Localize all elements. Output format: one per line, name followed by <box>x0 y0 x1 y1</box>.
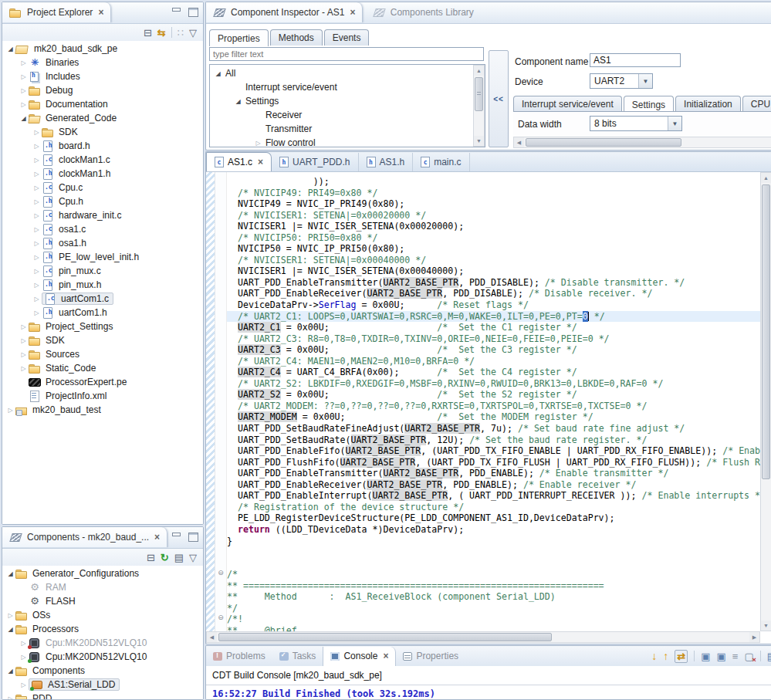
tree-item[interactable]: ▷Cpu:MK20DN512VLQ10 <box>2 650 203 664</box>
tree-item[interactable]: ProjectInfo.xml <box>2 389 203 403</box>
fold-collapse-icon[interactable]: ⊖ <box>216 569 225 577</box>
collapsed-expander-icon[interactable]: ▷ <box>19 73 29 80</box>
tree-item[interactable]: ▷Documentation <box>2 97 203 111</box>
expanded-expander-icon[interactable]: ◢ <box>5 668 15 675</box>
code-line[interactable]: /* <box>227 569 760 580</box>
close-icon[interactable]: × <box>258 157 263 167</box>
code-text-area[interactable]: )); /* NVICIP49: PRI49=0x80 */ NVICIP49 … <box>227 172 760 631</box>
tree-item[interactable]: ▷Project_Settings <box>2 320 203 333</box>
expanded-expander-icon[interactable]: ◢ <box>5 626 15 633</box>
tab-main-c[interactable]: cmain.c <box>413 153 469 171</box>
code-line[interactable]: /* UART2_S2: LBKDIF=0,RXEDGIF=0,MSBF=0,R… <box>227 378 760 390</box>
close-icon[interactable]: × <box>350 7 355 18</box>
tree-item[interactable]: ▷Includes <box>2 69 203 83</box>
tab-components[interactable]: Components - mk20_baud_... × <box>2 527 167 547</box>
tab-components-library[interactable]: Components Library <box>366 2 481 22</box>
collapsed-expander-icon[interactable]: ▷ <box>32 254 42 261</box>
tab-methods[interactable]: Methods <box>270 29 323 46</box>
collapsed-expander-icon[interactable]: ▷ <box>32 240 42 247</box>
code-line[interactable]: UART2_C4 = UART_C4_BRFA(0x00); /* Set th… <box>227 367 760 378</box>
tree-item[interactable]: ▷Sources <box>2 347 203 361</box>
code-line[interactable]: UART2_C3 = 0x00U; /* Set the C3 register… <box>227 344 760 356</box>
tree-item[interactable]: ▷clockMan1.c <box>2 153 203 167</box>
code-line[interactable]: /* UART2_C4: MAEN1=0,MAEN2=0,M10=0,BRFA=… <box>227 356 760 367</box>
tab-as1-h[interactable]: hAS1.h <box>359 153 414 171</box>
tree-item[interactable]: ▷Debug <box>2 83 203 97</box>
tab-problems[interactable]: Problems <box>206 647 272 666</box>
tree-item[interactable]: ▷Cpu.c <box>2 181 203 194</box>
generate-code-icon[interactable]: ▤ <box>174 553 184 563</box>
component-name-input[interactable] <box>590 53 681 67</box>
tree-item[interactable]: FLASH <box>2 594 203 608</box>
code-editor[interactable]: ⊖⊖ )); /* NVICIP49: PRI49=0x80 */ NVICIP… <box>206 172 760 631</box>
collapsed-expander-icon[interactable]: ▷ <box>19 681 29 688</box>
tree-item[interactable]: RAM <box>2 580 203 594</box>
inspector-hscrollbar[interactable]: ◀ <box>513 137 771 148</box>
device-combo[interactable]: UART2 ▼ <box>590 73 653 89</box>
maximize-icon[interactable] <box>188 8 198 17</box>
code-line[interactable]: UART_PDD_EnableFifo(UART2_BASE_PTR, (UAR… <box>227 445 760 457</box>
code-line[interactable]: /* NVICISER1: SETENA|=0x00040000 */ <box>227 255 760 266</box>
chevron-down-icon[interactable]: ▼ <box>638 74 652 88</box>
tree-item[interactable]: ▷Cpu:MK20DN512VLQ10 <box>2 636 203 650</box>
tree-item[interactable]: ◢Components <box>2 664 203 678</box>
tab-events[interactable]: Events <box>324 29 370 46</box>
collapsed-expander-icon[interactable]: ▷ <box>253 140 263 147</box>
code-line[interactable]: /* UART2_C3: R8=0,T8=0,TXDIR=0,TXINV=0,O… <box>227 333 760 345</box>
collapsed-expander-icon[interactable]: ▷ <box>32 143 42 150</box>
scroll-left-icon[interactable]: ◀ <box>207 632 217 642</box>
scrollbar-thumb[interactable] <box>218 633 552 641</box>
focus-task-icon[interactable]: ∷ <box>178 28 184 38</box>
code-line[interactable]: NVICISER1 |= NVIC_ISER_SETENA(0x00020000… <box>227 221 760 232</box>
tree-item[interactable]: ▷Cpu.h <box>2 194 203 208</box>
tab-uart-pdd-h[interactable]: hUART_PDD.h <box>272 153 358 171</box>
close-icon[interactable]: × <box>383 651 388 661</box>
collapsed-expander-icon[interactable]: ▷ <box>32 226 42 233</box>
collapsed-expander-icon[interactable]: ▷ <box>19 59 29 66</box>
collapsed-expander-icon[interactable]: ▷ <box>32 282 42 289</box>
tree-item[interactable]: ▷pin_mux.h <box>2 278 203 292</box>
scrollbar-thumb[interactable] <box>526 138 681 147</box>
code-line[interactable]: NVICIP49 = NVIC_IP_PRI49(0x80); <box>227 198 760 210</box>
collapsed-expander-icon[interactable]: ▷ <box>32 268 42 275</box>
minimize-icon[interactable] <box>172 8 181 15</box>
collapsed-expander-icon[interactable]: ▷ <box>19 101 29 108</box>
scroll-to-top-icon[interactable]: ↑ <box>663 650 668 662</box>
collapsed-expander-icon[interactable]: ▷ <box>32 296 42 303</box>
filter-input[interactable] <box>209 47 484 61</box>
code-line[interactable] <box>227 558 760 570</box>
code-line[interactable]: UART2_C1 = 0x00U; /* Set the C1 register… <box>227 322 760 333</box>
collapsed-expander-icon[interactable]: ▷ <box>19 640 29 647</box>
collapsed-expander-icon[interactable]: ▷ <box>5 612 15 619</box>
tree-item[interactable]: Interrupt service/event <box>210 80 472 94</box>
word-wrap-icon[interactable]: ≡ <box>732 651 739 662</box>
close-icon[interactable]: × <box>154 532 160 543</box>
display-selected-console-icon[interactable]: ▣ <box>701 651 710 662</box>
tree-item[interactable]: Transmitter <box>210 122 472 136</box>
scroll-left-icon[interactable]: ◀ <box>514 137 524 147</box>
expanded-expander-icon[interactable]: ◢ <box>5 46 15 52</box>
collapse-all-icon[interactable]: ⊟ <box>144 28 152 38</box>
tab-component-inspector[interactable]: Component Inspector - AS1 × <box>206 2 363 22</box>
code-line[interactable]: } <box>227 536 760 547</box>
tree-item[interactable]: ▷PDD <box>2 692 203 699</box>
code-line[interactable]: /*! <box>227 614 760 625</box>
tree-item[interactable]: ▷Flow control <box>210 136 472 147</box>
collapsed-expander-icon[interactable]: ▷ <box>32 157 42 164</box>
tree-item[interactable]: ▷pin_mux.c <box>2 264 203 278</box>
fold-collapse-icon[interactable]: ⊖ <box>216 614 225 621</box>
code-line[interactable]: UART_PDD_EnableTransmitter(UART2_BASE_PT… <box>227 277 760 289</box>
code-line[interactable]: DeviceDataPrv->SerFlag = 0x00U; /* Reset… <box>227 299 760 311</box>
code-line[interactable]: NVICIP50 = NVIC_IP_PRI50(0x80); <box>227 243 760 255</box>
chevron-down-icon[interactable]: ▼ <box>668 117 681 130</box>
scroll-lock-icon[interactable]: ▣ <box>717 651 726 662</box>
close-icon[interactable]: × <box>98 7 103 18</box>
tree-item[interactable]: ◢mk20_baud_sdk_pe <box>2 42 203 56</box>
view-menu-icon[interactable]: ▽ <box>189 553 197 563</box>
code-line[interactable]: PE_LDD_RegisterDeviceStructure(PE_LDD_CO… <box>227 512 760 524</box>
scrollbar-thumb[interactable] <box>475 77 483 111</box>
expanded-expander-icon[interactable]: ◢ <box>5 570 15 577</box>
collapsed-expander-icon[interactable]: ▷ <box>5 407 15 414</box>
expanded-expander-icon[interactable]: ◢ <box>213 70 223 77</box>
code-line[interactable] <box>227 546 760 558</box>
